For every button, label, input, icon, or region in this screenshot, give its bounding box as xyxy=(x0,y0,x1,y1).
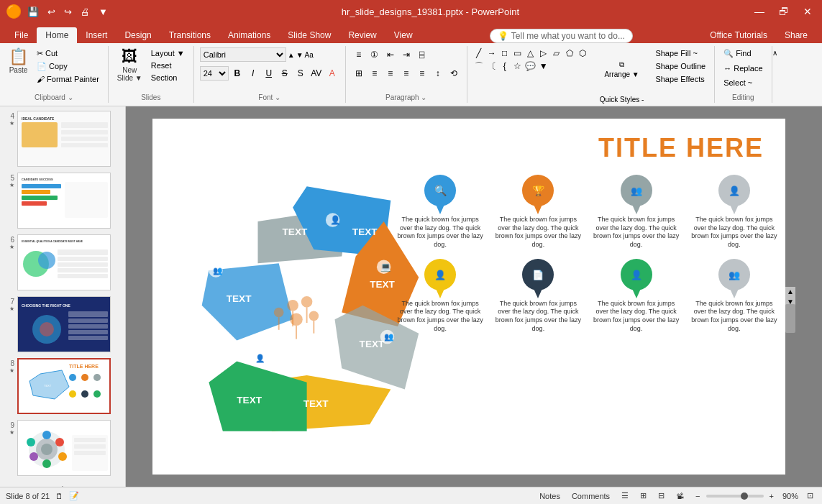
quick-styles-button[interactable]: Quick Styles - xyxy=(597,92,647,106)
new-slide-button[interactable]: 🖼 NewSlide ▼ xyxy=(114,47,145,83)
underline-button[interactable]: U xyxy=(262,66,276,81)
penta-shape[interactable]: ⬠ xyxy=(564,47,575,59)
rtri-shape[interactable]: ▷ xyxy=(538,47,549,59)
arrange-button[interactable]: ⧉ Arrange ▼ xyxy=(597,47,647,91)
line-spacing-button[interactable]: ↕ xyxy=(431,66,445,81)
collapse-ribbon-button[interactable]: ∧ xyxy=(772,49,777,57)
tab-insert[interactable]: Insert xyxy=(77,27,116,43)
tab-file[interactable]: File xyxy=(6,27,37,43)
char-spacing-button[interactable]: AV xyxy=(309,66,324,81)
tab-review[interactable]: Review xyxy=(339,27,385,43)
tab-transitions[interactable]: Transitions xyxy=(160,27,219,43)
view-slide-sorter-button[interactable]: ⊞ xyxy=(637,491,649,500)
fit-slide-button[interactable]: ⊡ xyxy=(804,491,816,500)
comments-button[interactable]: Comments xyxy=(569,492,613,500)
undo-button[interactable]: ↩ xyxy=(45,5,58,19)
close-button[interactable]: ✕ xyxy=(799,6,816,17)
save-button[interactable]: 💾 xyxy=(24,5,42,19)
redo-button[interactable]: ↪ xyxy=(61,5,75,19)
slide-thumbnail-4[interactable]: IDEAL CANDIDATE xyxy=(17,111,111,167)
slide-thumb-5[interactable]: 5 ★ CANDIDATE SUCCESS xyxy=(3,171,122,230)
slide-thumbnail-7[interactable]: CHOOSING THE RIGHT ONE xyxy=(17,296,111,352)
decrease-indent-button[interactable]: ⇤ xyxy=(383,47,398,62)
justify-button[interactable]: ≡ xyxy=(415,66,429,81)
vertical-scrollbar[interactable]: ▲ ▼ xyxy=(785,287,795,307)
star-shape[interactable]: ☆ xyxy=(512,60,524,72)
slide-thumb-8[interactable]: 8 ★ TITLE HERE TEXT xyxy=(3,357,122,416)
line-shape[interactable]: ╱ xyxy=(473,47,485,59)
tab-home[interactable]: Home xyxy=(37,27,77,43)
slide-thumbnail-8[interactable]: TITLE HERE TEXT xyxy=(17,358,111,414)
restore-button[interactable]: 🗗 xyxy=(775,6,793,17)
notes-button[interactable]: Notes xyxy=(536,492,563,500)
align-right-button[interactable]: ≡ xyxy=(399,66,414,81)
shape-fill-button[interactable]: Shape Fill ~ xyxy=(652,47,708,59)
zoom-out-button[interactable]: − xyxy=(693,492,703,500)
bracket-shape[interactable]: 〔 xyxy=(486,60,498,72)
view-normal-button[interactable]: ☰ xyxy=(618,491,631,500)
bullets-button[interactable]: ≡ xyxy=(352,47,366,62)
hex-shape[interactable]: ⬡ xyxy=(577,47,588,59)
layout-button[interactable]: Layout ▼ xyxy=(148,47,188,59)
view-reading-button[interactable]: ⊟ xyxy=(655,491,667,500)
increase-indent-button[interactable]: ⇥ xyxy=(399,47,414,62)
slide-thumb-9[interactable]: 9 ★ xyxy=(3,418,122,477)
font-name-select[interactable]: Calibri xyxy=(200,47,286,62)
slide-thumbnail-6[interactable]: ESSENTIAL QUALITIES A CANDIDATE MUST HAV… xyxy=(17,234,111,290)
scroll-thumb[interactable] xyxy=(785,304,795,333)
tab-slideshow[interactable]: Slide Show xyxy=(279,27,339,43)
reset-button[interactable]: Reset xyxy=(148,60,188,71)
callout-shape[interactable]: 💬 xyxy=(525,60,536,72)
minimize-button[interactable]: — xyxy=(750,6,769,17)
cols-button[interactable]: ⊞ xyxy=(352,66,366,81)
tab-view[interactable]: View xyxy=(385,27,421,43)
slide-panel[interactable]: 4 ★ IDEAL CANDIDATE 5 ★ xyxy=(0,106,126,487)
cut-button[interactable]: ✂ Cut xyxy=(34,47,102,60)
office-tutorials-button[interactable]: Office Tutorials xyxy=(701,27,776,43)
select-button[interactable]: Select ~ xyxy=(721,77,755,88)
zoom-thumb[interactable] xyxy=(741,492,748,500)
tell-me-input[interactable]: 💡 Tell me what you want to do... xyxy=(490,29,633,43)
strikethrough-button[interactable]: S xyxy=(278,66,292,81)
shape-effects-button[interactable]: Shape Effects xyxy=(652,73,708,85)
tab-animations[interactable]: Animations xyxy=(219,27,279,43)
bold-button[interactable]: B xyxy=(230,66,245,81)
slide-thumbnail-9[interactable] xyxy=(17,420,111,476)
tri-shape[interactable]: △ xyxy=(525,47,536,59)
print-button[interactable]: 🖨 xyxy=(78,5,93,19)
slide-canvas[interactable]: TITLE HERE xyxy=(152,119,785,475)
align-center-button[interactable]: ≡ xyxy=(383,66,398,81)
slide-thumbnail-5[interactable]: CANDIDATE SUCCESS xyxy=(17,173,111,229)
align-left-button[interactable]: ≡ xyxy=(367,66,382,81)
curved-shape[interactable]: ⌒ xyxy=(473,60,485,72)
rect-shape[interactable]: □ xyxy=(499,47,511,59)
view-slideshow-button[interactable]: 📽 xyxy=(673,492,687,500)
copy-button[interactable]: 📄 Copy xyxy=(34,60,102,73)
section-button[interactable]: Section xyxy=(148,72,188,83)
arrow-shape[interactable]: → xyxy=(486,47,498,59)
tab-design[interactable]: Design xyxy=(116,27,160,43)
zoom-slider[interactable] xyxy=(706,495,764,498)
paste-button[interactable]: 📋 Paste xyxy=(6,47,31,75)
shape-outline-button[interactable]: Shape Outline xyxy=(652,60,708,72)
more-shapes[interactable]: ▼ xyxy=(538,60,549,72)
smart-art-button[interactable]: ⌸ xyxy=(415,47,429,62)
quick-access-more[interactable]: ▼ xyxy=(96,5,111,19)
text-direction-button[interactable]: ⟲ xyxy=(447,66,461,81)
find-button[interactable]: 🔍 Find xyxy=(721,47,754,60)
slide-thumb-4[interactable]: 4 ★ IDEAL CANDIDATE xyxy=(3,109,122,168)
replace-button[interactable]: ↔ Replace xyxy=(721,63,765,74)
font-color-button[interactable]: A xyxy=(325,66,339,81)
zoom-in-button[interactable]: + xyxy=(767,492,777,500)
slide-thumb-6[interactable]: 6 ★ ESSENTIAL QUALITIES A CANDIDATE MUST… xyxy=(3,233,122,292)
rect2-shape[interactable]: ▭ xyxy=(512,47,524,59)
para-shape[interactable]: ▱ xyxy=(551,47,562,59)
share-button[interactable]: Share xyxy=(776,27,816,43)
slide-thumb-7[interactable]: 7 ★ CHOOSING THE RIGHT ONE xyxy=(3,295,122,354)
italic-button[interactable]: I xyxy=(246,66,260,81)
font-size-select[interactable]: 24 xyxy=(200,66,229,81)
panel-scroll-up[interactable]: ▲ xyxy=(3,483,122,487)
shadow-button[interactable]: S xyxy=(293,66,308,81)
scroll-up-button[interactable]: ▲ xyxy=(785,287,795,297)
numbering-button[interactable]: ① xyxy=(367,47,382,62)
